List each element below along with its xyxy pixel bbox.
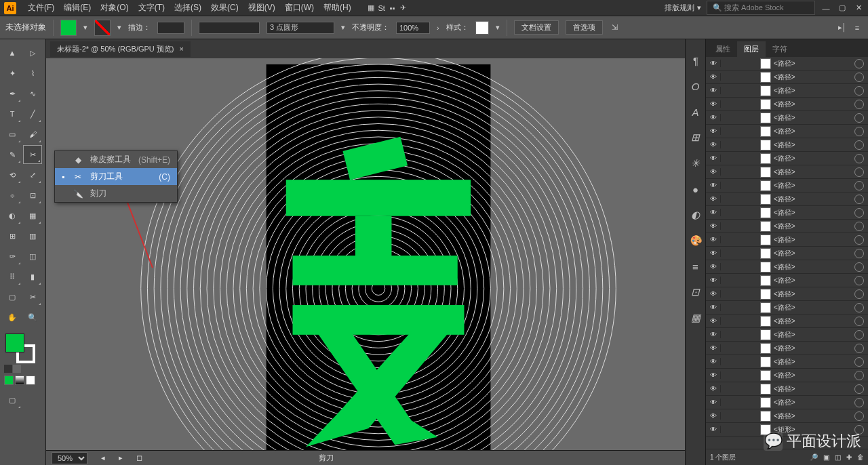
pen-tool[interactable]: ✒	[3, 84, 22, 103]
make-clip-icon[interactable]: ▣	[823, 453, 829, 461]
shape-builder-tool[interactable]: ◐	[3, 206, 22, 225]
brush-input[interactable]	[199, 22, 260, 34]
target-icon[interactable]	[854, 167, 864, 177]
type-tool[interactable]: T	[3, 104, 22, 123]
color-mode-gradient[interactable]	[15, 376, 24, 385]
layer-row[interactable]: 👁 <路径>	[706, 247, 868, 260]
chevron-right-icon[interactable]: ›	[437, 24, 439, 32]
target-icon[interactable]	[854, 235, 864, 245]
layer-row[interactable]: 👁 <路径>	[706, 301, 868, 315]
visibility-toggle-icon[interactable]: 👁	[706, 155, 721, 162]
artboard-tool[interactable]: ▢	[3, 287, 22, 306]
layer-row[interactable]: 👁 <路径>	[706, 84, 868, 98]
layer-row[interactable]: 👁 <路径>	[706, 355, 868, 369]
width-tool[interactable]: ⟐	[3, 186, 22, 205]
target-icon[interactable]	[854, 100, 864, 109]
fill-color[interactable]	[5, 333, 24, 352]
visibility-toggle-icon[interactable]: 👁	[706, 344, 721, 352]
target-icon[interactable]	[854, 249, 864, 258]
panel-menu-icon[interactable]: ≡	[852, 22, 863, 33]
slice-tool[interactable]: ✂	[23, 287, 42, 306]
target-icon[interactable]	[854, 113, 864, 123]
layer-row[interactable]: 👁 <路径>	[706, 260, 868, 274]
target-icon[interactable]	[854, 181, 864, 190]
visibility-toggle-icon[interactable]: 👁	[706, 317, 721, 325]
workspace-switcher[interactable]: 排版规则 ▾	[665, 3, 701, 13]
eyedropper-tool[interactable]: ✑	[3, 247, 22, 266]
target-icon[interactable]	[854, 276, 864, 285]
visibility-toggle-icon[interactable]: 👁	[706, 209, 721, 216]
visibility-toggle-icon[interactable]: 👁	[706, 304, 721, 311]
visibility-toggle-icon[interactable]: 👁	[706, 114, 721, 121]
adobe-stock-search[interactable]: 🔍 搜索 Adobe Stock	[707, 1, 815, 15]
close-tab-icon[interactable]: ×	[180, 45, 184, 53]
default-colors-icon[interactable]	[4, 365, 12, 373]
color-mode-color[interactable]	[4, 376, 14, 385]
visibility-toggle-icon[interactable]: 👁	[706, 127, 721, 135]
layer-row[interactable]: 👁 <路径>	[706, 98, 868, 111]
menu-object[interactable]: 对象(O)	[96, 2, 133, 14]
visibility-toggle-icon[interactable]: 👁	[706, 249, 721, 257]
nav-fwd-icon[interactable]: ▸	[119, 453, 123, 462]
chevron-down-icon[interactable]: ▾	[496, 23, 500, 32]
target-icon[interactable]	[854, 344, 864, 353]
target-icon[interactable]	[854, 208, 864, 218]
visibility-toggle-icon[interactable]: 👁	[706, 399, 721, 406]
layer-row[interactable]: 👁 <路径>	[706, 70, 868, 84]
layer-row[interactable]: 👁 <路径>	[706, 179, 868, 193]
stock-icon[interactable]: St	[376, 3, 387, 14]
paintbrush-tool[interactable]: 🖌	[23, 125, 42, 144]
scale-tool[interactable]: ⤢	[23, 165, 42, 184]
target-icon[interactable]	[854, 371, 864, 380]
stroke-weight-input[interactable]	[157, 22, 184, 34]
layers-list[interactable]: 👁 <路径> 👁 <路径> 👁 <路径> 👁 <路径> 👁 <路径> 👁 <路径…	[706, 57, 868, 449]
target-icon[interactable]	[854, 303, 864, 312]
visibility-toggle-icon[interactable]: 👁	[706, 141, 721, 148]
target-icon[interactable]	[854, 195, 864, 204]
doc-setup-button[interactable]: 文档设置	[514, 20, 559, 35]
visibility-toggle-icon[interactable]: 👁	[706, 290, 721, 298]
layer-row[interactable]: 👁 <路径>	[706, 193, 868, 206]
character-panel-icon[interactable]: A	[688, 104, 703, 119]
layer-row[interactable]: 👁 <路径>	[706, 206, 868, 220]
target-icon[interactable]	[854, 289, 864, 299]
visibility-toggle-icon[interactable]: 👁	[706, 60, 721, 67]
layer-row[interactable]: 👁 <路径>	[706, 409, 868, 423]
chevron-down-icon[interactable]: ▾	[341, 23, 345, 32]
pathfinder-panel-icon[interactable]: ⊡	[688, 285, 703, 300]
eraser-tool[interactable]: ✂	[23, 145, 42, 164]
visibility-toggle-icon[interactable]: 👁	[706, 182, 721, 189]
menu-edit[interactable]: 编辑(E)	[59, 2, 96, 14]
visibility-toggle-icon[interactable]: 👁	[706, 371, 721, 379]
layer-row[interactable]: 👁 <路径>	[706, 111, 868, 125]
layer-row[interactable]: 👁 <路径>	[706, 315, 868, 328]
graph-tool[interactable]: ▮	[23, 267, 42, 286]
paragraph-panel-icon[interactable]: ¶	[688, 53, 703, 68]
target-icon[interactable]	[854, 140, 864, 150]
layer-row[interactable]: 👁 <路径>	[706, 152, 868, 165]
flyout-knife-tool[interactable]: 🔪 刻刀	[55, 185, 177, 202]
fill-stroke-control[interactable]	[5, 333, 35, 363]
gradient-tool[interactable]: ▥	[23, 226, 42, 245]
transform-icon[interactable]: ⇲	[610, 22, 620, 33]
color-panel-icon[interactable]: ◐	[688, 207, 703, 222]
visibility-toggle-icon[interactable]: 👁	[706, 222, 721, 230]
opentype-panel-icon[interactable]: O	[688, 79, 703, 94]
target-icon[interactable]	[854, 86, 864, 96]
gpu-icon[interactable]: ✈	[398, 3, 409, 14]
layer-row[interactable]: 👁 <路径>	[706, 165, 868, 179]
graphic-style-swatch[interactable]	[475, 21, 489, 35]
visibility-toggle-icon[interactable]: 👁	[706, 100, 721, 108]
shaper-tool[interactable]: ✎	[3, 145, 22, 164]
appearance-panel-icon[interactable]: ✳	[688, 156, 703, 171]
window-min-icon[interactable]: —	[821, 3, 831, 14]
layer-row[interactable]: 👁 <路径>	[706, 220, 868, 233]
visibility-toggle-icon[interactable]: 👁	[706, 87, 721, 94]
target-icon[interactable]	[854, 222, 864, 231]
fill-swatch[interactable]	[60, 20, 77, 36]
flyout-scissors-tool[interactable]: ▪ ✂ 剪刀工具 (C)	[55, 168, 177, 185]
character-tab[interactable]: 字符	[766, 41, 794, 57]
zoom-select[interactable]: 50%	[52, 452, 87, 464]
opacity-input[interactable]	[396, 22, 430, 34]
menu-view[interactable]: 视图(V)	[243, 2, 280, 14]
